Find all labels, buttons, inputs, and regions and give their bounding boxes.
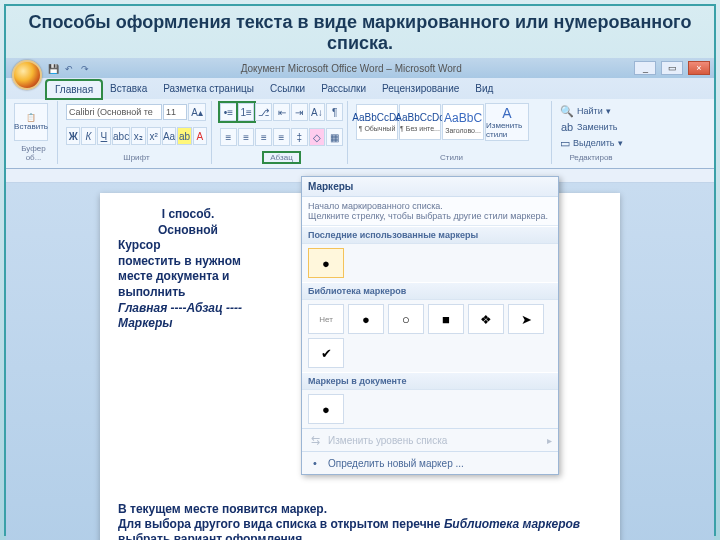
align-left-button[interactable]: ≡ — [220, 128, 237, 146]
window-titlebar: Документ Microsoft Office Word – Microso… — [6, 58, 714, 78]
clipboard-group-label: Буфер об... — [14, 142, 53, 162]
paste-label: Вставить — [14, 122, 48, 131]
section-recent: Последние использованные маркеры — [302, 226, 558, 244]
bullet-recent-dot[interactable]: ● — [308, 248, 344, 278]
align-center-button[interactable]: ≡ — [238, 128, 255, 146]
popup-hint: Начало маркированного списка. Щелкните с… — [302, 197, 558, 226]
bullet-arrow[interactable]: ➤ — [508, 304, 544, 334]
increase-indent-button[interactable]: ⇥ — [291, 103, 308, 121]
define-bullet-item[interactable]: • Определить новый маркер ... — [302, 451, 558, 474]
bullets-button[interactable]: •≡ — [220, 103, 237, 121]
clipboard-icon: 📋 — [26, 113, 36, 122]
grow-font-button[interactable]: A▴ — [188, 103, 206, 121]
indent-icon: ⇆ — [308, 433, 322, 447]
bullet-dot[interactable]: ● — [348, 304, 384, 334]
style-heading[interactable]: АаВbСЗаголово... — [442, 104, 484, 140]
ribbon: Главная Вставка Разметка страницы Ссылки… — [6, 78, 714, 169]
popup-title: Маркеры — [302, 177, 558, 197]
tab-review[interactable]: Рецензирование — [374, 80, 467, 99]
tab-view[interactable]: Вид — [467, 80, 501, 99]
qat-undo-icon[interactable]: ↶ — [62, 62, 76, 76]
underline-button[interactable]: Ч — [97, 127, 111, 145]
italic-button[interactable]: К — [81, 127, 95, 145]
tab-insert[interactable]: Вставка — [102, 80, 155, 99]
justify-button[interactable]: ≡ — [273, 128, 290, 146]
font-color-button[interactable]: A — [193, 127, 207, 145]
sort-button[interactable]: A↓ — [309, 103, 326, 121]
borders-button[interactable]: ▦ — [326, 128, 343, 146]
window-min-button[interactable]: _ — [634, 61, 656, 75]
styles-group-label: Стили — [356, 151, 547, 162]
bullet-icon: • — [308, 456, 322, 470]
window-caption: Документ Microsoft Office Word – Microso… — [70, 63, 632, 74]
instruction-text: I способ. Основной Курсор поместить в ну… — [118, 207, 258, 332]
tab-references[interactable]: Ссылки — [262, 80, 313, 99]
bullet-indoc-dot[interactable]: ● — [308, 394, 344, 424]
bullet-check[interactable]: ✔ — [308, 338, 344, 368]
subscript-button[interactable]: x₂ — [131, 127, 145, 145]
tab-home[interactable]: Главная — [46, 80, 102, 99]
bullets-dropdown: Маркеры Начало маркированного списка. Ще… — [301, 176, 559, 475]
slide-title: Способы оформления текста в виде маркиро… — [6, 6, 714, 65]
font-name-combo[interactable]: Calibri (Основной те — [66, 104, 162, 120]
align-right-button[interactable]: ≡ — [255, 128, 272, 146]
bullet-square[interactable]: ■ — [428, 304, 464, 334]
decrease-indent-button[interactable]: ⇤ — [273, 103, 290, 121]
bullet-4diamond[interactable]: ❖ — [468, 304, 504, 334]
line-spacing-button[interactable]: ‡ — [291, 128, 308, 146]
qat-save-icon[interactable]: 💾 — [46, 62, 60, 76]
superscript-button[interactable]: x² — [147, 127, 161, 145]
section-indoc: Маркеры в документе — [302, 372, 558, 390]
window-close-button[interactable]: × — [688, 61, 710, 75]
show-marks-button[interactable]: ¶ — [326, 103, 343, 121]
highlight-button[interactable]: ab — [177, 127, 191, 145]
bullet-none[interactable]: Нет — [308, 304, 344, 334]
replace-button[interactable]: abЗаменить — [560, 119, 622, 135]
office-button[interactable] — [12, 60, 42, 90]
text-effects-button[interactable]: Aa — [162, 127, 176, 145]
font-group-label: Шрифт — [66, 151, 207, 162]
search-icon: 🔍 — [560, 104, 574, 118]
style-nospacing[interactable]: АаВbСсDd¶ Без инте... — [399, 104, 441, 140]
select-icon: ▭ — [560, 136, 570, 150]
chevron-right-icon: ▸ — [547, 435, 552, 446]
footnote-text: В текущем месте появится маркер. Для выб… — [118, 502, 602, 540]
multilevel-button[interactable]: ⎇ — [255, 103, 272, 121]
change-level-item: ⇆ Изменить уровень списка ▸ — [302, 428, 558, 451]
paste-button[interactable]: 📋 Вставить — [14, 103, 48, 141]
section-library: Библиотека маркеров — [302, 282, 558, 300]
window-max-button[interactable]: ▭ — [661, 61, 683, 75]
tab-layout[interactable]: Разметка страницы — [155, 80, 262, 99]
style-normal[interactable]: АаВbСсDd¶ Обычный — [356, 104, 398, 140]
change-styles-button[interactable]: AИзменить стили — [485, 103, 529, 141]
strike-button[interactable]: abc — [112, 127, 130, 145]
numbering-button[interactable]: 1≡ — [238, 103, 255, 121]
shading-button[interactable]: ◇ — [309, 128, 326, 146]
find-button[interactable]: 🔍Найти▾ — [560, 103, 622, 119]
tab-mailings[interactable]: Рассылки — [313, 80, 374, 99]
font-size-combo[interactable]: 11 — [163, 104, 187, 120]
qat-redo-icon[interactable]: ↷ — [78, 62, 92, 76]
bold-button[interactable]: Ж — [66, 127, 80, 145]
replace-icon: ab — [560, 120, 574, 134]
bullet-circle[interactable]: ○ — [388, 304, 424, 334]
paragraph-group-label: Абзац — [264, 153, 298, 162]
editing-group-label: Редактиров — [560, 151, 622, 162]
select-button[interactable]: ▭Выделить▾ — [560, 135, 622, 151]
